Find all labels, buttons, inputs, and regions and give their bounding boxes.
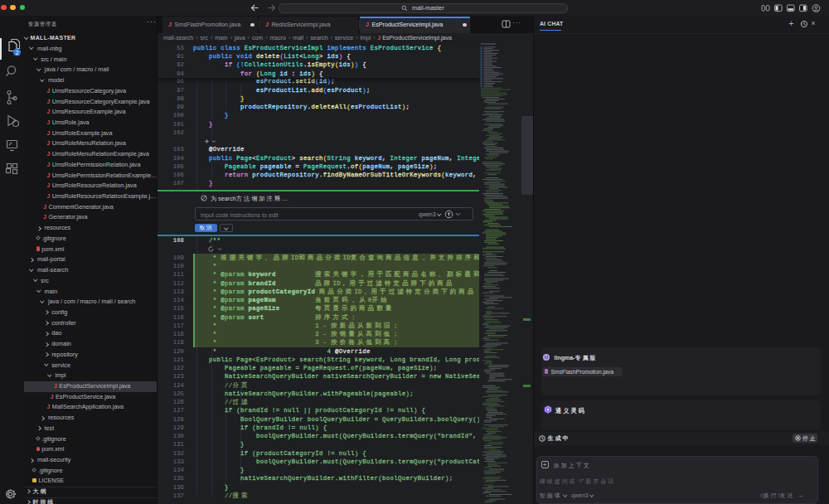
svg-text:2: 2 [16,50,19,56]
